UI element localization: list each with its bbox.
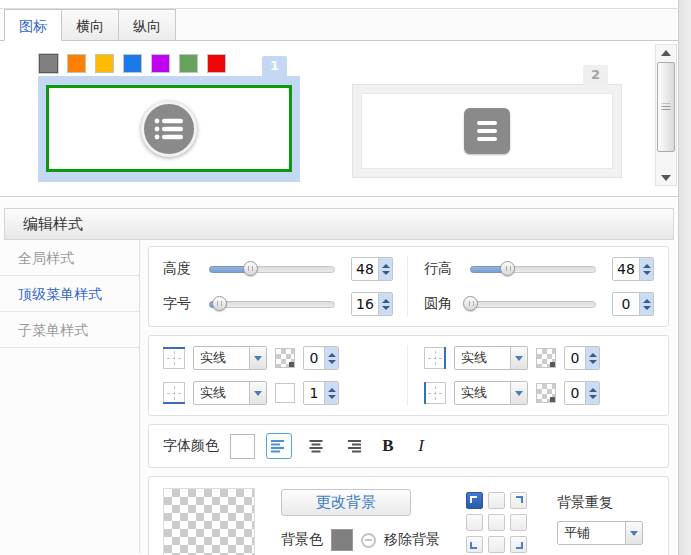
tab-horizontal[interactable]: 横向 (61, 9, 119, 41)
orientation-tabbar: 图标 横向 纵向 (0, 8, 678, 41)
font-color-box: 字体颜色 (148, 424, 669, 468)
border-left-style-select[interactable]: 实线 (454, 381, 528, 405)
palette-swatch-green[interactable] (179, 54, 198, 73)
sidebar-item-submenu-style[interactable]: 子菜单样式 (0, 312, 139, 348)
palette-swatch-yellow[interactable] (95, 54, 114, 73)
menu-preview-2[interactable]: 2 (352, 84, 622, 178)
style-sidebar: 全局样式 顶级菜单样式 子菜单样式 (0, 240, 140, 553)
stepper-arrows-icon[interactable] (585, 382, 599, 404)
bg-pos-bottom-left[interactable] (466, 536, 483, 553)
border-right-style-select[interactable]: 实线 (454, 346, 528, 370)
palette-swatch-blue[interactable] (123, 54, 142, 73)
change-background-button[interactable]: 更改背景 (281, 489, 411, 516)
bg-pos-top-left[interactable] (466, 492, 483, 509)
line-height-label: 行高 (424, 260, 454, 278)
background-preview[interactable] (163, 488, 255, 555)
line-height-slider[interactable] (470, 266, 596, 273)
radius-stepper[interactable]: 0 (612, 292, 654, 316)
align-left-button[interactable] (266, 433, 292, 459)
sidebar-item-top-menu-style[interactable]: 顶级菜单样式 (0, 276, 139, 312)
border-right-row: 实线 0 (424, 345, 654, 371)
dropdown-arrow-icon[interactable] (249, 382, 266, 404)
palette-swatch-red[interactable] (207, 54, 226, 73)
border-bottom-style-select[interactable]: 实线 (193, 381, 267, 405)
circle-list-menu-icon (141, 101, 197, 157)
stepper-arrows-icon[interactable] (639, 258, 653, 280)
border-bottom-color-swatch[interactable] (275, 383, 295, 403)
palette-swatch-gray[interactable] (39, 54, 58, 73)
font-size-slider[interactable] (209, 301, 335, 308)
height-slider[interactable] (209, 266, 335, 273)
bg-pos-middle-left[interactable] (466, 514, 483, 531)
border-top-color-swatch[interactable] (275, 348, 295, 368)
font-size-label: 字号 (163, 295, 193, 313)
dropdown-arrow-icon[interactable] (510, 382, 527, 404)
stepper-arrows-icon[interactable] (585, 347, 599, 369)
menu-style-editor: 图标 横向 纵向 1 (0, 0, 691, 555)
scroll-up-icon[interactable] (656, 45, 676, 60)
menu-preview-1[interactable]: 1 (38, 76, 300, 182)
tab-vertical[interactable]: 纵向 (118, 9, 176, 41)
background-repeat-select[interactable]: 平铺 (557, 521, 643, 545)
bg-pos-top-right[interactable] (510, 492, 527, 509)
align-right-button[interactable] (340, 433, 366, 459)
stepper-arrows-icon[interactable] (378, 293, 392, 315)
palette-swatch-magenta[interactable] (151, 54, 170, 73)
slider-knob[interactable] (243, 261, 258, 276)
radius-slider[interactable] (470, 301, 596, 308)
dropdown-arrow-icon[interactable] (510, 347, 527, 369)
border-right-width-stepper[interactable]: 0 (564, 346, 600, 370)
dropdown-arrow-icon[interactable] (625, 522, 642, 544)
align-center-button[interactable] (303, 433, 329, 459)
bold-button[interactable]: B (377, 436, 399, 456)
dimension-sliders-box: 高度 48 字号 16 行高 (148, 246, 669, 327)
preview-section: 图标 横向 纵向 1 (0, 0, 678, 197)
bg-pos-middle-right[interactable] (510, 514, 527, 531)
tab-icon[interactable]: 图标 (4, 9, 62, 41)
slider-knob[interactable] (500, 261, 515, 276)
stepper-arrows-icon[interactable] (324, 382, 338, 404)
bg-pos-top-center[interactable] (488, 492, 505, 509)
border-left-color-swatch[interactable] (536, 383, 556, 403)
bg-pos-bottom-right[interactable] (510, 536, 527, 553)
bg-pos-bottom-center[interactable] (488, 536, 505, 553)
font-size-stepper[interactable]: 16 (351, 292, 393, 316)
italic-button[interactable]: I (410, 436, 432, 456)
line-height-stepper[interactable]: 48 (612, 257, 654, 281)
borders-box: 实线 0 实线 1 (148, 335, 669, 416)
sidebar-item-global-style[interactable]: 全局样式 (0, 240, 139, 276)
slider-knob[interactable] (463, 296, 478, 311)
border-right-color-swatch[interactable] (536, 348, 556, 368)
window-scrollbar-track[interactable] (678, 0, 691, 555)
border-bottom-width-stepper[interactable]: 1 (303, 381, 339, 405)
border-top-style-select[interactable]: 实线 (193, 346, 267, 370)
dropdown-arrow-icon[interactable] (249, 347, 266, 369)
remove-background-icon[interactable] (361, 533, 376, 548)
preview-2-badge: 2 (583, 65, 608, 85)
border-left-side-icon (424, 382, 446, 404)
stepper-arrows-icon[interactable] (324, 347, 338, 369)
background-position-grid (466, 488, 527, 555)
radius-slider-row: 圆角 0 (424, 291, 654, 317)
border-left-width-stepper[interactable]: 0 (564, 381, 600, 405)
height-stepper[interactable]: 48 (351, 257, 393, 281)
scrollbar-thumb[interactable] (657, 62, 675, 152)
background-box: 更改背景 背景色 移除背景 (148, 476, 669, 555)
stepper-arrows-icon[interactable] (378, 258, 392, 280)
font-color-label: 字体颜色 (163, 437, 219, 455)
edit-section-title: 编辑样式 (4, 208, 674, 240)
palette-swatch-orange[interactable] (67, 54, 86, 73)
height-label: 高度 (163, 260, 193, 278)
slider-knob[interactable] (212, 296, 227, 311)
stepper-arrows-icon[interactable] (639, 293, 653, 315)
preview-1-badge: 1 (262, 56, 287, 76)
bg-pos-center[interactable] (488, 514, 505, 531)
remove-background-label[interactable]: 移除背景 (384, 531, 440, 549)
background-color-swatch[interactable] (331, 529, 353, 551)
list-glyph (153, 116, 185, 142)
preview-scrollbar[interactable] (655, 44, 677, 186)
scroll-down-icon[interactable] (656, 170, 676, 185)
edit-section: 编辑样式 全局样式 顶级菜单样式 子菜单样式 高度 48 (0, 198, 678, 555)
border-top-width-stepper[interactable]: 0 (303, 346, 339, 370)
font-color-swatch[interactable] (230, 434, 255, 459)
